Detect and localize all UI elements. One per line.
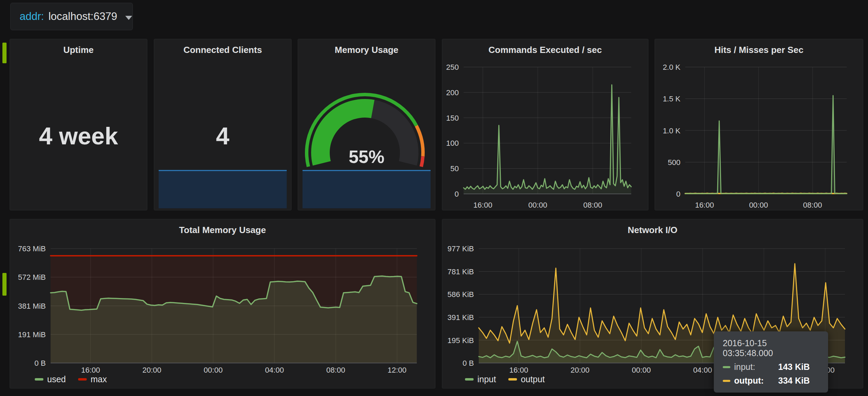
grafana-dashboard: addr: localhost:6379 Uptime 4 week Conne…	[0, 0, 868, 396]
legend-network-io: input output	[465, 374, 545, 384]
commands-plot-area[interactable]	[464, 67, 632, 194]
tooltip-color-output	[723, 380, 730, 382]
chevron-down-icon	[125, 16, 132, 20]
connected-clients-value: 4	[154, 122, 291, 151]
panel-memory-usage-gauge: Memory Usage 55%	[298, 39, 435, 210]
addr-variable-dropdown[interactable]: addr: localhost:6379	[10, 3, 133, 30]
graph-tooltip: 2016-10-15 03:35:48.000 input: 143 KiB o…	[714, 331, 828, 393]
panel-title-commands-executed[interactable]: Commands Executed / sec	[442, 45, 648, 55]
tooltip-row-input: input: 143 KiB	[723, 362, 819, 372]
variable-value: localhost:6379	[49, 10, 117, 23]
tooltip-timestamp: 2016-10-15 03:35:48.000	[723, 338, 819, 358]
panel-title-hits-misses[interactable]: Hits / Misses per Sec	[655, 45, 863, 55]
legend-color-output	[508, 378, 517, 381]
panel-title-memory-usage[interactable]: Memory Usage	[298, 45, 435, 55]
variable-label: addr:	[20, 10, 44, 23]
legend-label-input: input	[477, 374, 496, 384]
legend-color-max	[78, 378, 87, 381]
legend-label-output: output	[521, 374, 545, 384]
tooltip-value-input: 143 KiB	[778, 362, 810, 372]
hits-misses-plot-area[interactable]	[686, 67, 847, 194]
tooltip-label-output: output:	[734, 376, 773, 386]
legend-item-used[interactable]: used	[35, 374, 66, 384]
legend-color-used	[35, 378, 43, 381]
panel-total-memory-usage: Total Memory Usage used max	[10, 219, 435, 388]
panel-commands-executed: Commands Executed / sec	[442, 39, 648, 210]
tooltip-row-output: output: 334 KiB	[723, 376, 819, 386]
row-collapse-handle-bottom[interactable]	[2, 273, 7, 296]
tooltip-value-output: 334 KiB	[778, 376, 810, 386]
legend-item-output[interactable]: output	[508, 374, 545, 384]
row-collapse-handle-top[interactable]	[2, 43, 7, 63]
legend-label-used: used	[47, 374, 66, 384]
legend-item-max[interactable]: max	[78, 374, 107, 384]
tooltip-label-input: input:	[734, 362, 773, 372]
total-memory-plot-area[interactable]	[51, 249, 417, 363]
legend-item-input[interactable]: input	[465, 374, 496, 384]
legend-color-input	[465, 378, 474, 381]
panel-uptime: Uptime 4 week	[10, 39, 147, 210]
uptime-value: 4 week	[10, 122, 147, 151]
panel-title-total-memory-usage[interactable]: Total Memory Usage	[10, 225, 435, 235]
panel-hits-misses: Hits / Misses per Sec	[655, 39, 863, 210]
panel-title-uptime[interactable]: Uptime	[10, 45, 147, 55]
tooltip-color-input	[723, 366, 730, 368]
panel-title-connected-clients[interactable]: Connected Clients	[154, 45, 291, 55]
legend-total-memory: used max	[35, 374, 107, 384]
memory-usage-gauge-value: 55%	[298, 146, 435, 167]
legend-label-max: max	[91, 374, 107, 384]
panel-connected-clients: Connected Clients 4	[154, 39, 292, 210]
panel-title-network-io[interactable]: Network I/O	[442, 225, 863, 235]
